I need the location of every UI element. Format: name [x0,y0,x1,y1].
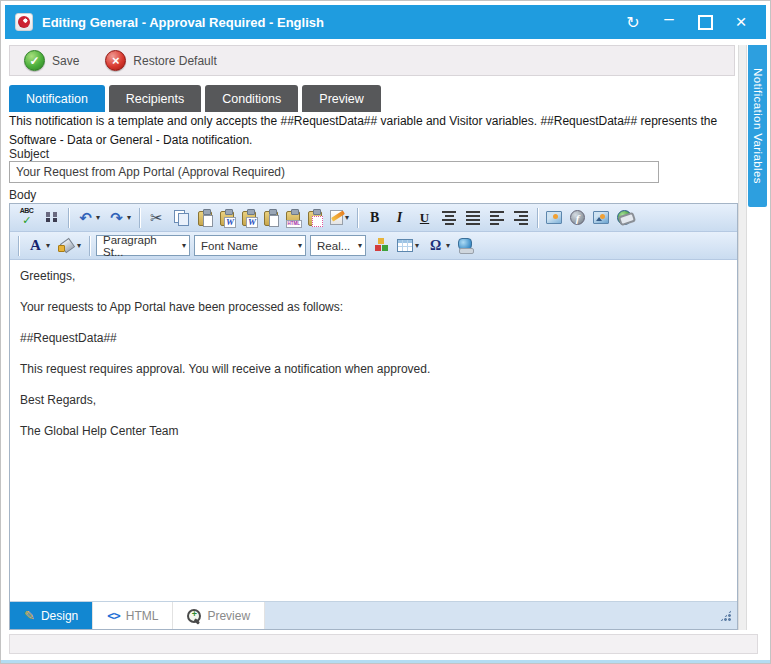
insert-symbol-button[interactable]: Ω▾ [424,234,453,258]
body-paragraph: This request requires approval. You will… [20,361,727,378]
copy-button[interactable] [170,206,193,230]
align-right-button[interactable] [510,206,532,230]
mode-tab-label: Design [41,609,78,623]
font-name-select[interactable]: Font Name▾ [194,235,306,256]
save-check-icon: ✓ [24,50,45,71]
insert-snippet-button[interactable] [455,234,475,258]
refresh-button[interactable]: ↻ [620,10,646,34]
toolbar-separator [89,236,90,256]
align-right-icon [513,209,529,226]
insert-symbol-icon: Ω [427,237,444,254]
body-paragraph: Your requests to App Portal have been pr… [20,299,727,316]
format-stripper-button[interactable]: ▾ [327,206,352,230]
editor-mode-bar: ✎Design<>HTMLPreview [10,601,737,629]
redo-button[interactable]: ↷▾ [105,206,134,230]
undo-icon: ↶ [77,209,94,226]
mode-tab-design[interactable]: ✎Design [10,602,93,629]
code-icon: <> [107,609,119,623]
rich-text-editor: ABC↶▾↷▾✂WWHTML▾BIUf A▾▾Paragraph St...▾F… [9,203,738,630]
css-class-icon [372,237,389,254]
flash-manager-button[interactable]: f [567,206,588,230]
chevron-down-icon[interactable]: ▾ [345,213,349,222]
title-bar[interactable]: Editing General - Approval Required - En… [5,5,766,39]
close-button[interactable]: × [728,10,754,34]
chevron-down-icon[interactable]: ▾ [96,213,100,222]
editor-body[interactable]: Greetings,Your requests to App Portal ha… [10,260,737,601]
italic-button[interactable]: I [388,206,411,230]
chevron-down-icon[interactable]: ▾ [127,213,131,222]
image-manager-icon [546,211,562,224]
bold-button[interactable]: B [363,206,386,230]
font-name-select-value: Font Name [201,240,258,252]
insert-table-icon [397,239,413,252]
underline-icon: U [416,209,433,226]
subject-input[interactable] [9,161,659,183]
editor-toolbar-row1: ABC↶▾↷▾✂WWHTML▾BIUf [10,204,737,232]
chevron-down-icon[interactable]: ▾ [46,241,50,250]
underline-button[interactable]: U [413,206,436,230]
save-label: Save [52,54,79,68]
undo-button[interactable]: ↶▾ [74,206,103,230]
mode-tab-label: HTML [126,609,159,623]
body-paragraph: The Global Help Center Team [20,423,727,440]
paste-markup-icon [308,211,322,226]
paste-from-word-button[interactable]: W [217,206,237,230]
highlight-color-icon [58,237,75,254]
justify-button[interactable] [462,206,484,230]
insert-table-button[interactable]: ▾ [394,234,422,258]
cut-button[interactable]: ✂ [145,206,168,230]
tab-preview[interactable]: Preview [302,85,380,112]
spellcheck-button[interactable]: ABC [15,206,38,230]
paste-markup-button[interactable] [305,206,325,230]
side-panel-rail [738,45,747,630]
save-button[interactable]: ✓ Save [24,50,79,71]
paste-from-word-icon: W [220,211,234,226]
body-paragraph: Best Regards, [20,392,727,409]
app-portal-logo-icon [15,13,33,31]
font-color-button[interactable]: A▾ [24,234,53,258]
media-manager-button[interactable] [590,206,612,230]
maximize-button[interactable] [692,10,718,34]
body-paragraph: Greetings, [20,268,727,285]
window-controls: ↻–× [620,10,754,34]
body-paragraph: ##RequestData## [20,330,727,347]
css-class-button[interactable] [369,234,392,258]
resize-grip-icon[interactable] [720,610,732,622]
paste-from-word-strip-font-button[interactable]: W [239,206,259,230]
dialog-window: Editing General - Approval Required - En… [0,0,771,664]
status-bar [9,634,758,654]
tab-conditions[interactable]: Conditions [205,85,298,112]
mode-tab-html[interactable]: <>HTML [93,602,173,629]
restore-default-button[interactable]: × Restore Default [105,50,216,71]
align-left-button[interactable] [486,206,508,230]
paste-plain-text-icon [264,211,278,226]
chevron-down-icon[interactable]: ▾ [415,241,419,250]
paste-button[interactable] [195,206,215,230]
font-size-select[interactable]: Real...▾ [310,235,366,256]
align-center-icon [441,209,457,226]
pencil-icon: ✎ [24,608,35,623]
toolbar-separator [537,208,538,228]
chevron-down-icon: ▾ [298,241,302,250]
highlight-color-button[interactable]: ▾ [55,234,84,258]
paste-plain-text-button[interactable] [261,206,281,230]
tab-notification[interactable]: Notification [9,85,105,112]
cut-icon: ✂ [148,209,165,226]
align-center-button[interactable] [438,206,460,230]
toolbar-separator [139,208,140,228]
mode-tab-preview[interactable]: Preview [173,602,265,629]
tab-strip: NotificationRecipientsConditionsPreview [9,85,381,112]
minimize-button[interactable]: – [656,10,682,34]
notification-variables-tab[interactable]: Notification Variables [748,45,767,207]
chevron-down-icon[interactable]: ▾ [77,241,81,250]
find-and-replace-button[interactable] [40,206,63,230]
chevron-down-icon[interactable]: ▾ [446,241,450,250]
tab-recipients[interactable]: Recipients [109,85,201,112]
paste-as-html-button[interactable]: HTML [283,206,303,230]
hyperlink-manager-button[interactable] [614,206,635,230]
image-manager-button[interactable] [543,206,565,230]
toolbar-separator [18,236,19,256]
align-left-icon [489,209,505,226]
paragraph-style-select[interactable]: Paragraph St...▾ [96,235,190,256]
chevron-down-icon: ▾ [182,241,186,250]
